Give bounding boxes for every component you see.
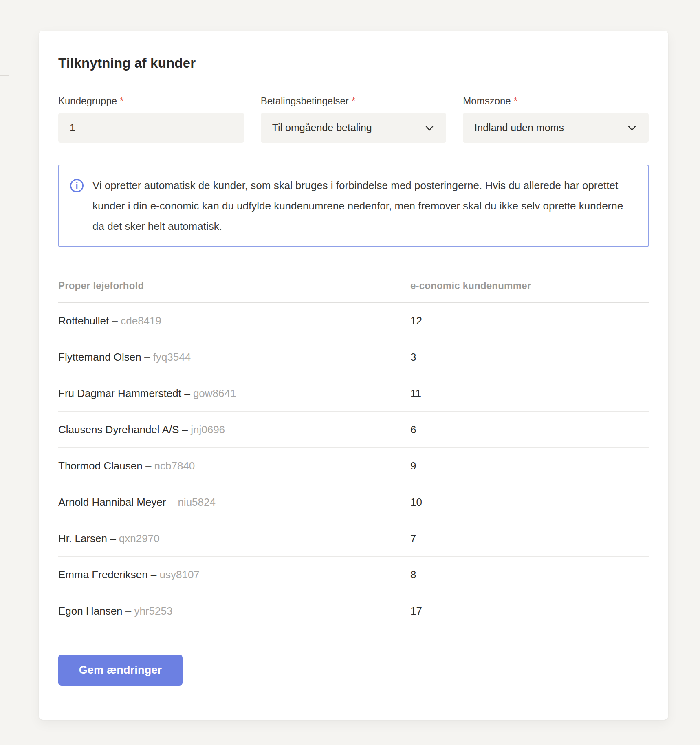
- tenancy-cell: Emma Frederiksen – usy8107: [58, 569, 410, 581]
- form-fields-row: Kundegruppe* Betalingsbetingelser* Til o…: [58, 95, 649, 143]
- background-divider-line: [0, 75, 9, 76]
- table-row: Arnold Hannibal Meyer – niu582410: [58, 484, 649, 520]
- tenancy-name: Rottehullet –: [58, 315, 121, 327]
- customer-number: 7: [410, 532, 649, 545]
- tenancy-cell: Flyttemand Olsen – fyq3544: [58, 351, 410, 364]
- page-title: Tilknytning af kunder: [58, 55, 649, 71]
- field-betalingsbetingelser: Betalingsbetingelser* Til omgående betal…: [261, 95, 447, 143]
- tenancy-code: yhr5253: [134, 605, 172, 617]
- tenancy-cell: Clausens Dyrehandel A/S – jnj0696: [58, 423, 410, 436]
- tenancy-code: gow8641: [193, 387, 236, 399]
- tenancy-name: Clausens Dyrehandel A/S –: [58, 423, 191, 436]
- tenancy-cell: Hr. Larsen – qxn2970: [58, 532, 410, 545]
- table-header: Proper lejeforhold e-conomic kundenummer: [58, 280, 649, 303]
- customer-number: 3: [410, 351, 649, 364]
- customer-association-card: Tilknytning af kunder Kundegruppe* Betal…: [39, 31, 668, 720]
- customer-number: 6: [410, 423, 649, 436]
- column-header-economic-kundenummer: e-conomic kundenummer: [410, 280, 649, 292]
- tenancy-code: niu5824: [178, 496, 216, 508]
- info-banner-text: Vi opretter automatisk de kunder, som sk…: [92, 175, 633, 236]
- tenancy-code: cde8419: [121, 315, 161, 327]
- customer-number: 11: [410, 387, 649, 400]
- save-button[interactable]: Gem ændringer: [58, 655, 183, 686]
- required-asterisk: *: [352, 95, 355, 106]
- tenancy-name: Egon Hansen –: [58, 605, 134, 617]
- table-row: Flyttemand Olsen – fyq35443: [58, 339, 649, 375]
- chevron-down-icon: [627, 123, 637, 133]
- momszone-select[interactable]: Indland uden moms: [463, 113, 649, 143]
- tenancy-name: Hr. Larsen –: [58, 532, 119, 544]
- tenancy-cell: Egon Hansen – yhr5253: [58, 605, 410, 617]
- info-icon: i: [70, 179, 84, 192]
- tenancy-name: Flyttemand Olsen –: [58, 351, 153, 363]
- chevron-down-icon: [424, 123, 435, 133]
- tenancy-code: jnj0696: [191, 423, 225, 436]
- column-header-proper-lejeforhold: Proper lejeforhold: [58, 280, 410, 292]
- field-kundegruppe: Kundegruppe*: [58, 95, 244, 143]
- customer-number: 10: [410, 496, 649, 509]
- betalingsbetingelser-select[interactable]: Til omgående betaling: [261, 113, 447, 143]
- customer-number: 17: [410, 605, 649, 617]
- betalingsbetingelser-label: Betalingsbetingelser*: [261, 95, 447, 107]
- table-row: Emma Frederiksen – usy81078: [58, 557, 649, 593]
- tenancy-cell: Fru Dagmar Hammerstedt – gow8641: [58, 387, 410, 400]
- tenancy-cell: Rottehullet – cde8419: [58, 315, 410, 327]
- tenancy-name: Arnold Hannibal Meyer –: [58, 496, 178, 508]
- table-row: Hr. Larsen – qxn29707: [58, 520, 649, 557]
- tenancy-name: Emma Frederiksen –: [58, 569, 160, 581]
- field-momszone: Momszone* Indland uden moms: [463, 95, 649, 143]
- table-body: Rottehullet – cde841912Flyttemand Olsen …: [58, 303, 649, 629]
- betalingsbetingelser-value: Til omgående betaling: [272, 122, 372, 134]
- info-banner: i Vi opretter automatisk de kunder, som …: [58, 165, 649, 247]
- momszone-label: Momszone*: [463, 95, 649, 107]
- momszone-value: Indland uden moms: [474, 122, 564, 134]
- kundegruppe-input[interactable]: [58, 113, 244, 143]
- table-row: Rottehullet – cde841912: [58, 303, 649, 339]
- customer-number: 12: [410, 315, 649, 327]
- customer-mapping-table: Proper lejeforhold e-conomic kundenummer…: [58, 280, 649, 629]
- tenancy-cell: Thormod Clausen – ncb7840: [58, 460, 410, 472]
- tenancy-name: Fru Dagmar Hammerstedt –: [58, 387, 193, 399]
- kundegruppe-label: Kundegruppe*: [58, 95, 244, 107]
- tenancy-code: ncb7840: [154, 460, 195, 472]
- tenancy-cell: Arnold Hannibal Meyer – niu5824: [58, 496, 410, 509]
- tenancy-code: usy8107: [160, 569, 200, 581]
- required-asterisk: *: [120, 95, 123, 106]
- table-row: Clausens Dyrehandel A/S – jnj06966: [58, 412, 649, 448]
- tenancy-name: Thormod Clausen –: [58, 460, 154, 472]
- table-row: Thormod Clausen – ncb78409: [58, 448, 649, 484]
- table-row: Fru Dagmar Hammerstedt – gow864111: [58, 375, 649, 412]
- tenancy-code: qxn2970: [119, 532, 160, 544]
- customer-number: 8: [410, 569, 649, 581]
- customer-number: 9: [410, 460, 649, 472]
- tenancy-code: fyq3544: [153, 351, 191, 363]
- required-asterisk: *: [514, 95, 517, 106]
- table-row: Egon Hansen – yhr525317: [58, 593, 649, 629]
